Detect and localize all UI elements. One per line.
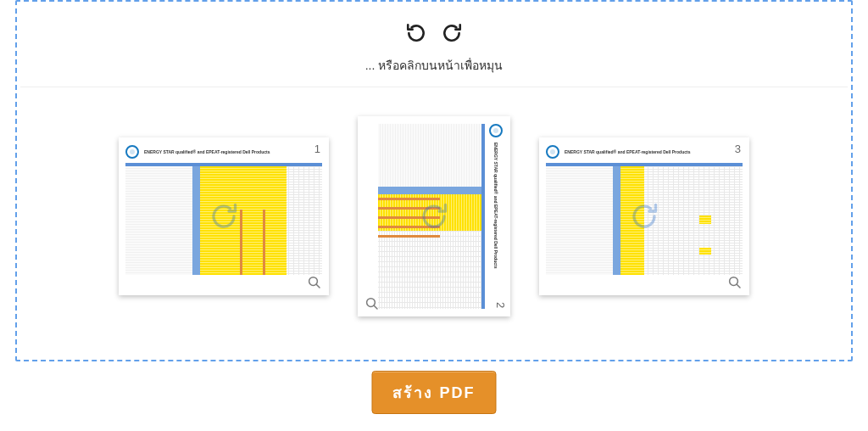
upload-drop-zone[interactable]: ... หรือคลิกบนหน้าเพื่อหมุน 1 ENERGY STA… <box>15 0 853 361</box>
dell-logo-icon <box>489 124 503 137</box>
document-preview: ENERGY STAR qualified® and EPEAT-registe… <box>125 144 322 288</box>
dell-logo-icon <box>546 145 559 159</box>
magnifier-icon[interactable] <box>364 296 380 311</box>
rotate-instruction-text: ... หรือคลิกบนหน้าเพื่อหมุน <box>17 56 851 75</box>
document-preview: ENERGY STAR qualified® and EPEAT-registe… <box>364 124 504 309</box>
thumbnail-row: 1 ENERGY STAR qualified® and EPEAT-regis… <box>17 116 851 316</box>
rotate-right-icon[interactable] <box>441 22 463 44</box>
document-title: ENERGY STAR qualified® and EPEAT-registe… <box>493 143 498 268</box>
page-thumbnail[interactable]: 1 ENERGY STAR qualified® and EPEAT-regis… <box>119 137 329 295</box>
rotate-toolbar <box>17 2 851 48</box>
divider <box>20 87 848 87</box>
magnifier-icon[interactable] <box>727 275 743 290</box>
document-preview: ENERGY STAR qualified® and EPEAT-registe… <box>546 144 743 288</box>
page-thumbnail[interactable]: 3 ENERGY STAR qualified® and EPEAT-regis… <box>539 137 749 295</box>
page-number: 1 <box>314 143 320 155</box>
create-pdf-button[interactable]: สร้าง PDF <box>371 371 496 414</box>
magnifier-icon[interactable] <box>307 275 322 290</box>
document-title: ENERGY STAR qualified® and EPEAT-registe… <box>565 149 690 154</box>
page-thumbnail[interactable]: 2 ENERGY STAR qualified® and EPEAT-regis… <box>358 116 510 316</box>
document-title: ENERGY STAR qualified® and EPEAT-registe… <box>144 149 270 154</box>
page-number: 3 <box>735 143 741 155</box>
dell-logo-icon <box>125 145 139 159</box>
rotate-left-icon[interactable] <box>405 22 427 44</box>
